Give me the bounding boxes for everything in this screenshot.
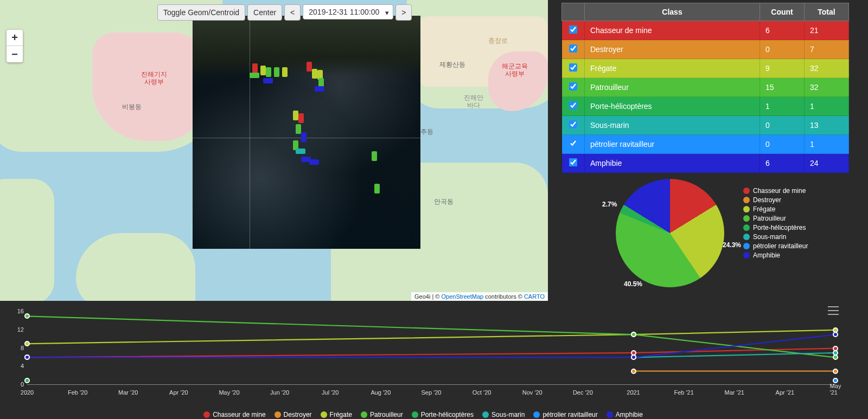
legend-label: pétrolier ravitailleur xyxy=(753,242,808,250)
class-visibility-checkbox[interactable] xyxy=(569,158,577,166)
pie-legend-item[interactable]: pétrolier ravitailleur xyxy=(743,242,808,250)
class-count: 0 xyxy=(760,116,805,135)
datetime-select[interactable]: 2019-12-31 11:00:00 xyxy=(303,4,393,20)
zoom-in-button[interactable]: + xyxy=(7,30,23,46)
data-point[interactable] xyxy=(833,350,838,356)
pie-legend-item[interactable]: Chasseur de mine xyxy=(743,187,808,195)
data-point[interactable] xyxy=(833,378,838,383)
pie-label-b: 40.5% xyxy=(624,280,642,288)
data-point[interactable] xyxy=(833,332,838,337)
carto-link[interactable]: CARTO xyxy=(524,293,545,300)
zoom-control: + − xyxy=(7,30,23,62)
chart-legend-item[interactable]: Sous-marin xyxy=(482,411,525,418)
legend-label: Porte-hélicoptères xyxy=(421,411,474,418)
chart-legend-item[interactable]: Chasseur de mine xyxy=(203,411,265,418)
timeseries-chart[interactable]: 04812162020Feb '20Mar '20Apr '20May '20J… xyxy=(0,301,846,419)
data-point[interactable] xyxy=(631,354,636,360)
label-angokdong: 안곡동 xyxy=(434,198,454,205)
legend-label: Frégate xyxy=(753,205,775,213)
chart-legend-item[interactable]: Amphibie xyxy=(607,411,643,418)
x-axis-tick: 2020 xyxy=(21,389,34,396)
pie-legend: Chasseur de mineDestroyerFrégatePatrouil… xyxy=(743,187,808,261)
class-total: 1 xyxy=(805,135,849,154)
data-point[interactable] xyxy=(24,313,30,319)
legend-swatch xyxy=(743,215,750,222)
table-row: Sous-marin013 xyxy=(562,116,849,135)
osm-link[interactable]: OpenStreetMap xyxy=(441,293,483,300)
table-row: pétrolier ravitailleur01 xyxy=(562,135,849,154)
data-point[interactable] xyxy=(631,369,636,374)
legend-label: Amphibie xyxy=(616,411,643,418)
next-time-button[interactable]: > xyxy=(395,4,412,21)
pie-legend-item[interactable]: Frégate xyxy=(743,205,808,213)
class-visibility-checkbox[interactable] xyxy=(569,25,577,34)
chart-legend-item[interactable]: Destroyer xyxy=(275,411,312,418)
pie-legend-item[interactable]: Sous-marin xyxy=(743,233,808,241)
map-toolbar: Toggle Geom/Centroid Center < 2019-12-31… xyxy=(157,4,412,21)
legend-label: Destroyer xyxy=(753,196,781,204)
legend-label: Patrouilleur xyxy=(370,411,403,418)
data-point[interactable] xyxy=(24,378,30,383)
toggle-geom-centroid-button[interactable]: Toggle Geom/Centroid xyxy=(157,4,245,21)
class-total: 7 xyxy=(805,40,849,59)
label-chungjangro: 충장로 xyxy=(488,37,508,44)
chart-legend-item[interactable]: pétrolier ravitailleur xyxy=(533,411,597,418)
data-point[interactable] xyxy=(833,369,838,374)
class-count: 6 xyxy=(760,154,805,173)
pie-legend-item[interactable]: Patrouilleur xyxy=(743,215,808,222)
class-total: 32 xyxy=(805,78,849,97)
zoom-out-button[interactable]: − xyxy=(7,46,23,62)
chart-legend-item[interactable]: Patrouilleur xyxy=(361,411,403,418)
legend-label: Sous-marin xyxy=(753,233,786,241)
map-attribution: Geo4i | © OpenStreetMap contributors © C… xyxy=(411,292,548,301)
legend-swatch xyxy=(743,224,750,231)
pie-legend-item[interactable]: Porte-hélicoptères xyxy=(743,224,808,231)
legend-swatch xyxy=(203,411,210,418)
class-visibility-checkbox[interactable] xyxy=(569,139,577,147)
legend-label: Sous-marin xyxy=(492,411,525,418)
y-axis-tick: 16 xyxy=(12,308,24,314)
x-axis-tick: Feb '20 xyxy=(68,389,87,396)
class-name: Porte-hélicoptères xyxy=(585,97,760,116)
legend-label: pétrolier ravitailleur xyxy=(542,411,597,418)
class-visibility-checkbox[interactable] xyxy=(569,63,577,72)
pie-chart[interactable] xyxy=(616,179,724,287)
class-name: pétrolier ravitailleur xyxy=(585,135,760,154)
pie-legend-item[interactable]: Amphibie xyxy=(743,252,808,259)
chart-plot-area: 04812162020Feb '20Mar '20Apr '20May '20J… xyxy=(27,312,835,385)
class-visibility-checkbox[interactable] xyxy=(569,101,577,109)
class-total: 24 xyxy=(805,154,849,173)
prev-time-button[interactable]: < xyxy=(284,4,301,21)
pie-legend-item[interactable]: Destroyer xyxy=(743,196,808,204)
col-checkbox xyxy=(562,3,585,21)
table-row: Patrouilleur1532 xyxy=(562,78,849,97)
x-axis-tick: Nov '20 xyxy=(522,389,542,396)
chart-legend-item[interactable]: Porte-hélicoptères xyxy=(412,411,474,418)
class-count: 9 xyxy=(760,59,805,78)
chart-legend-item[interactable]: Frégate xyxy=(321,411,352,418)
x-axis-tick: Aug '20 xyxy=(371,389,391,396)
legend-swatch xyxy=(533,411,540,418)
restricted-area-1 xyxy=(92,33,206,141)
class-visibility-checkbox[interactable] xyxy=(569,82,577,91)
legend-label: Chasseur de mine xyxy=(753,187,806,195)
data-point[interactable] xyxy=(24,341,30,346)
land-s xyxy=(76,233,195,301)
x-axis-tick: Dec '20 xyxy=(573,389,593,396)
legend-swatch xyxy=(321,411,327,418)
y-axis-tick: 8 xyxy=(12,345,24,351)
class-visibility-checkbox[interactable] xyxy=(569,120,577,128)
satellite-overlay xyxy=(193,16,420,249)
data-point[interactable] xyxy=(24,354,30,360)
table-row: Destroyer07 xyxy=(562,40,849,59)
chart-legend: Chasseur de mineDestroyerFrégatePatrouil… xyxy=(0,411,846,418)
col-count: Count xyxy=(760,3,805,21)
data-point[interactable] xyxy=(631,332,636,337)
x-axis-tick: 2021 xyxy=(627,389,640,396)
x-axis-tick: Mar '21 xyxy=(725,389,744,396)
table-row: Porte-hélicoptères11 xyxy=(562,97,849,116)
map-view[interactable]: 진해기지사령부 비봉동 제황산동 해군교육사령부 진해만바다 안곡동 충장로 추… xyxy=(0,0,548,301)
col-class: Class xyxy=(585,3,760,21)
class-visibility-checkbox[interactable] xyxy=(569,44,577,53)
center-button[interactable]: Center xyxy=(247,4,282,21)
